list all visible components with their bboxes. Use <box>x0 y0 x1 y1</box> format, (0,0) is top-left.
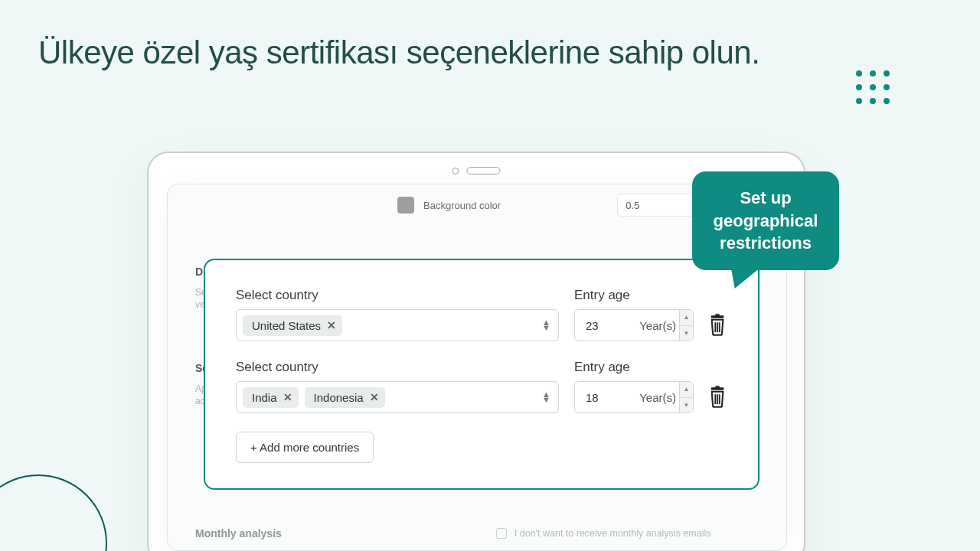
entry-age-label: Entry age <box>574 360 694 375</box>
select-country-label: Select country <box>236 288 559 303</box>
page-headline: Ülkeye özel yaş sertifikası seçeneklerin… <box>38 34 760 71</box>
monthly-checkbox-label: I don't want to receive monthly analysis… <box>514 528 711 539</box>
background-opacity-value: 0.5 <box>626 200 639 211</box>
close-icon[interactable]: ✕ <box>327 319 336 331</box>
chevron-down-icon[interactable]: ▼ <box>680 398 693 413</box>
age-unit: Year(s) <box>639 319 676 332</box>
svg-rect-1 <box>715 314 720 316</box>
monthly-analysis-checkbox[interactable]: I don't want to receive monthly analysis… <box>496 528 711 539</box>
close-icon[interactable]: ✕ <box>370 391 379 403</box>
delete-row-button[interactable] <box>709 386 726 409</box>
age-value: 18 <box>586 391 599 404</box>
svg-rect-6 <box>715 386 720 388</box>
add-more-countries-button[interactable]: + Add more countries <box>236 432 374 463</box>
trash-icon <box>709 386 726 409</box>
background-color-label: Background color <box>423 200 501 211</box>
color-swatch[interactable] <box>397 197 414 214</box>
chip-label: India <box>252 391 277 404</box>
decorative-arc-bottom <box>0 474 107 551</box>
country-row: Select country India ✕ Indonesia ✕ ▲▼ En… <box>236 360 727 413</box>
number-stepper[interactable]: ▲ ▼ <box>679 382 693 412</box>
close-icon[interactable]: ✕ <box>283 391 292 403</box>
monthly-analysis-label: Monthly analysis <box>195 527 282 540</box>
chevron-sort-icon: ▲▼ <box>542 320 550 331</box>
entry-age-input[interactable]: 23 Year(s) ▲ ▼ <box>574 309 694 341</box>
entry-age-label: Entry age <box>574 288 694 303</box>
chevron-sort-icon: ▲▼ <box>542 392 550 403</box>
decorative-dots <box>856 70 890 104</box>
country-row: Select country United States ✕ ▲▼ Entry … <box>236 288 727 341</box>
tooltip-bubble: Set up geographical restrictions <box>692 171 839 270</box>
country-select[interactable]: India ✕ Indonesia ✕ ▲▼ <box>236 381 559 413</box>
age-value: 23 <box>586 319 599 332</box>
chevron-up-icon[interactable]: ▲ <box>680 382 693 398</box>
country-chip: Indonesia ✕ <box>305 387 385 408</box>
checkbox-icon <box>496 528 507 539</box>
select-country-label: Select country <box>236 360 559 375</box>
country-select[interactable]: United States ✕ ▲▼ <box>236 309 559 341</box>
chevron-down-icon[interactable]: ▼ <box>680 326 693 341</box>
delete-row-button[interactable] <box>709 314 726 337</box>
trash-icon <box>709 314 726 337</box>
number-stepper[interactable]: ▲ ▼ <box>679 310 693 341</box>
chevron-up-icon[interactable]: ▲ <box>680 310 693 326</box>
chip-label: Indonesia <box>314 391 364 404</box>
age-unit: Year(s) <box>639 391 676 404</box>
country-chip: India ✕ <box>243 387 299 408</box>
monthly-analysis-row: Monthly analysis I don't want to receive… <box>195 527 762 540</box>
chip-label: United States <box>252 319 321 332</box>
device-notch <box>452 167 501 174</box>
country-chip: United States ✕ <box>243 315 342 336</box>
geo-restrictions-modal: Select country United States ✕ ▲▼ Entry … <box>204 259 760 490</box>
entry-age-input[interactable]: 18 Year(s) ▲ ▼ <box>574 381 694 413</box>
